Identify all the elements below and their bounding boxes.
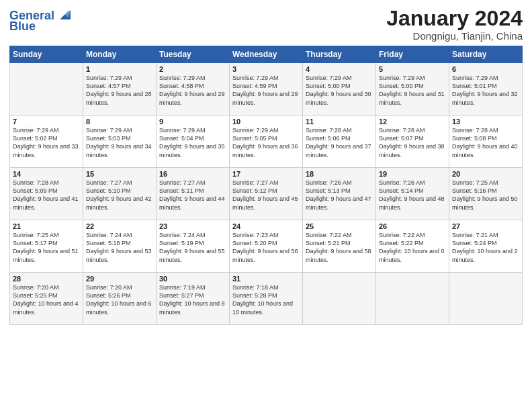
day-info: Sunrise: 7:29 AM Sunset: 5:05 PM Dayligh… [232, 126, 300, 159]
day-info: Sunrise: 7:22 AM Sunset: 5:21 PM Dayligh… [306, 231, 373, 264]
day-info: Sunrise: 7:29 AM Sunset: 5:03 PM Dayligh… [86, 126, 153, 159]
day-info: Sunrise: 7:26 AM Sunset: 5:13 PM Dayligh… [306, 179, 373, 212]
calendar-cell: 13Sunrise: 7:28 AM Sunset: 5:08 PM Dayli… [449, 116, 523, 168]
day-number: 22 [86, 222, 153, 230]
day-info: Sunrise: 7:28 AM Sunset: 5:07 PM Dayligh… [379, 126, 446, 159]
header-friday: Friday [376, 46, 449, 63]
day-info: Sunrise: 7:29 AM Sunset: 5:02 PM Dayligh… [13, 126, 80, 159]
calendar-week-row: 7Sunrise: 7:29 AM Sunset: 5:02 PM Daylig… [10, 116, 523, 168]
calendar-cell: 9Sunrise: 7:29 AM Sunset: 5:04 PM Daylig… [157, 116, 230, 168]
calendar-cell: 19Sunrise: 7:26 AM Sunset: 5:14 PM Dayli… [376, 168, 449, 220]
day-number: 5 [379, 65, 446, 73]
day-number: 15 [86, 170, 153, 178]
calendar-cell: 20Sunrise: 7:25 AM Sunset: 5:16 PM Dayli… [449, 168, 523, 220]
header-sunday: Sunday [10, 46, 83, 63]
day-info: Sunrise: 7:27 AM Sunset: 5:10 PM Dayligh… [86, 179, 153, 212]
calendar-cell [449, 273, 523, 325]
day-number: 1 [86, 65, 153, 73]
day-info: Sunrise: 7:22 AM Sunset: 5:22 PM Dayligh… [379, 231, 446, 264]
day-info: Sunrise: 7:20 AM Sunset: 5:25 PM Dayligh… [13, 283, 80, 316]
calendar-cell: 27Sunrise: 7:21 AM Sunset: 5:24 PM Dayli… [449, 220, 523, 273]
day-info: Sunrise: 7:29 AM Sunset: 4:57 PM Dayligh… [86, 74, 153, 107]
calendar-cell: 8Sunrise: 7:29 AM Sunset: 5:03 PM Daylig… [83, 116, 157, 168]
calendar-cell: 30Sunrise: 7:19 AM Sunset: 5:27 PM Dayli… [157, 273, 230, 325]
day-number: 17 [232, 170, 300, 178]
day-info: Sunrise: 7:29 AM Sunset: 5:04 PM Dayligh… [159, 126, 226, 159]
calendar-cell: 3Sunrise: 7:29 AM Sunset: 4:59 PM Daylig… [230, 63, 303, 116]
location-text: Dongnigu, Tianjin, China [386, 30, 523, 42]
page-header: General Blue January 2024 Dongnigu, Tian… [9, 7, 523, 42]
calendar-header-row: Sunday Monday Tuesday Wednesday Thursday… [10, 46, 523, 63]
calendar-week-row: 28Sunrise: 7:20 AM Sunset: 5:25 PM Dayli… [10, 273, 523, 325]
header-saturday: Saturday [449, 46, 523, 63]
day-info: Sunrise: 7:27 AM Sunset: 5:12 PM Dayligh… [232, 179, 300, 212]
day-info: Sunrise: 7:24 AM Sunset: 5:18 PM Dayligh… [86, 231, 153, 264]
calendar-cell: 24Sunrise: 7:23 AM Sunset: 5:20 PM Dayli… [230, 220, 303, 273]
day-number: 10 [232, 118, 300, 126]
day-number: 24 [232, 222, 300, 230]
day-info: Sunrise: 7:24 AM Sunset: 5:19 PM Dayligh… [159, 231, 226, 264]
day-info: Sunrise: 7:29 AM Sunset: 5:00 PM Dayligh… [379, 74, 446, 107]
day-number: 28 [13, 275, 80, 283]
calendar-table: Sunday Monday Tuesday Wednesday Thursday… [9, 46, 523, 325]
calendar-cell: 16Sunrise: 7:27 AM Sunset: 5:11 PM Dayli… [157, 168, 230, 220]
calendar-cell: 22Sunrise: 7:24 AM Sunset: 5:18 PM Dayli… [83, 220, 157, 273]
day-info: Sunrise: 7:25 AM Sunset: 5:17 PM Dayligh… [13, 231, 80, 264]
day-number: 12 [379, 118, 446, 126]
month-title: January 2024 [386, 7, 523, 30]
logo: General Blue [9, 9, 71, 34]
page-container: General Blue January 2024 Dongnigu, Tian… [0, 0, 532, 332]
calendar-cell: 10Sunrise: 7:29 AM Sunset: 5:05 PM Dayli… [230, 116, 303, 168]
day-number: 11 [306, 118, 373, 126]
calendar-cell: 29Sunrise: 7:20 AM Sunset: 5:26 PM Dayli… [83, 273, 157, 325]
header-tuesday: Tuesday [157, 46, 230, 63]
day-number: 23 [159, 222, 226, 230]
day-info: Sunrise: 7:20 AM Sunset: 5:26 PM Dayligh… [86, 283, 153, 316]
day-number: 26 [379, 222, 446, 230]
day-number: 2 [159, 65, 226, 73]
calendar-cell: 5Sunrise: 7:29 AM Sunset: 5:00 PM Daylig… [376, 63, 449, 116]
calendar-cell: 23Sunrise: 7:24 AM Sunset: 5:19 PM Dayli… [157, 220, 230, 273]
day-info: Sunrise: 7:27 AM Sunset: 5:11 PM Dayligh… [159, 179, 226, 212]
calendar-cell [10, 63, 83, 116]
day-number: 6 [452, 65, 519, 73]
day-number: 25 [306, 222, 373, 230]
calendar-cell: 1Sunrise: 7:29 AM Sunset: 4:57 PM Daylig… [83, 63, 157, 116]
calendar-cell: 18Sunrise: 7:26 AM Sunset: 5:13 PM Dayli… [303, 168, 376, 220]
calendar-cell: 25Sunrise: 7:22 AM Sunset: 5:21 PM Dayli… [303, 220, 376, 273]
day-info: Sunrise: 7:29 AM Sunset: 5:00 PM Dayligh… [306, 74, 373, 107]
day-number: 19 [379, 170, 446, 178]
day-info: Sunrise: 7:23 AM Sunset: 5:20 PM Dayligh… [232, 231, 300, 264]
day-number: 14 [13, 170, 80, 178]
day-info: Sunrise: 7:18 AM Sunset: 5:28 PM Dayligh… [232, 283, 300, 316]
logo-text-line2: Blue [9, 20, 36, 34]
day-number: 3 [232, 65, 300, 73]
calendar-cell: 14Sunrise: 7:28 AM Sunset: 5:09 PM Dayli… [10, 168, 83, 220]
calendar-cell: 6Sunrise: 7:29 AM Sunset: 5:01 PM Daylig… [449, 63, 523, 116]
calendar-cell: 26Sunrise: 7:22 AM Sunset: 5:22 PM Dayli… [376, 220, 449, 273]
title-block: January 2024 Dongnigu, Tianjin, China [386, 7, 523, 42]
day-info: Sunrise: 7:25 AM Sunset: 5:16 PM Dayligh… [452, 179, 519, 212]
calendar-week-row: 1Sunrise: 7:29 AM Sunset: 4:57 PM Daylig… [10, 63, 523, 116]
calendar-cell: 12Sunrise: 7:28 AM Sunset: 5:07 PM Dayli… [376, 116, 449, 168]
day-info: Sunrise: 7:29 AM Sunset: 4:58 PM Dayligh… [159, 74, 226, 107]
day-info: Sunrise: 7:21 AM Sunset: 5:24 PM Dayligh… [452, 231, 519, 264]
day-number: 29 [86, 275, 153, 283]
day-info: Sunrise: 7:28 AM Sunset: 5:08 PM Dayligh… [452, 126, 519, 159]
calendar-cell: 28Sunrise: 7:20 AM Sunset: 5:25 PM Dayli… [10, 273, 83, 325]
day-number: 8 [86, 118, 153, 126]
day-number: 20 [452, 170, 519, 178]
calendar-cell [303, 273, 376, 325]
calendar-cell: 17Sunrise: 7:27 AM Sunset: 5:12 PM Dayli… [230, 168, 303, 220]
calendar-cell: 7Sunrise: 7:29 AM Sunset: 5:02 PM Daylig… [10, 116, 83, 168]
day-number: 7 [13, 118, 80, 126]
day-number: 9 [159, 118, 226, 126]
day-number: 30 [159, 275, 226, 283]
calendar-cell: 31Sunrise: 7:18 AM Sunset: 5:28 PM Dayli… [230, 273, 303, 325]
calendar-cell: 2Sunrise: 7:29 AM Sunset: 4:58 PM Daylig… [157, 63, 230, 116]
day-info: Sunrise: 7:28 AM Sunset: 5:09 PM Dayligh… [13, 179, 80, 212]
day-number: 16 [159, 170, 226, 178]
header-thursday: Thursday [303, 46, 376, 63]
calendar-week-row: 21Sunrise: 7:25 AM Sunset: 5:17 PM Dayli… [10, 220, 523, 273]
day-number: 13 [452, 118, 519, 126]
